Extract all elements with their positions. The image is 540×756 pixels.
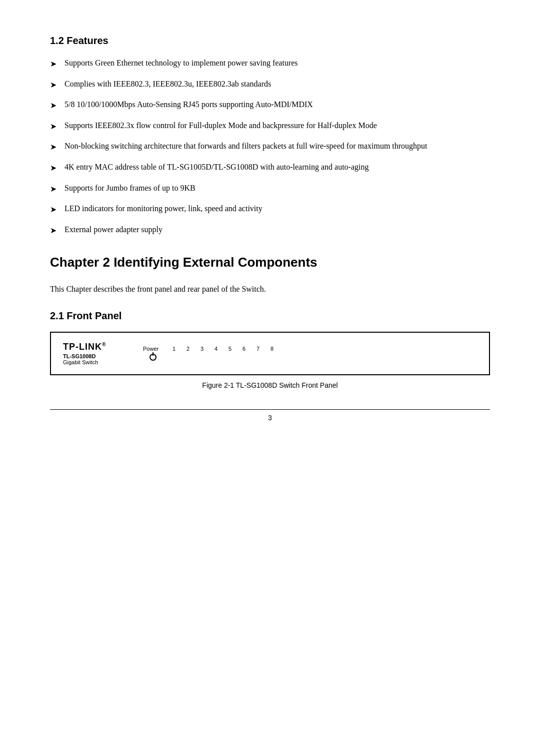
feature-text: Supports Green Ethernet technology to im…: [64, 57, 490, 70]
section-1-2-heading: 1.2 Features: [50, 35, 490, 47]
section-2-1-heading: 2.1 Front Panel: [50, 310, 490, 322]
feature-item: ➤LED indicators for monitoring power, li…: [50, 202, 490, 216]
feature-text: Non-blocking switching architecture that…: [64, 140, 490, 153]
feature-item: ➤Supports IEEE802.3x flow control for Fu…: [50, 119, 490, 133]
feature-text: Complies with IEEE802.3, IEEE802.3u, IEE…: [64, 78, 490, 91]
feature-item: ➤Supports Green Ethernet technology to i…: [50, 57, 490, 71]
port-number: 3: [199, 346, 205, 352]
feature-arrow: ➤: [50, 141, 56, 154]
feature-arrow: ➤: [50, 203, 56, 216]
port-number: 4: [213, 346, 219, 352]
feature-text: Supports for Jumbo frames of up to 9KB: [64, 182, 490, 195]
tp-link-type: Gigabit Switch: [63, 359, 123, 365]
section-1-2: 1.2 Features ➤Supports Green Ethernet te…: [50, 35, 490, 237]
port-number: 1: [171, 346, 177, 352]
feature-arrow: ➤: [50, 224, 56, 237]
port-number: 7: [255, 346, 261, 352]
feature-item: ➤Complies with IEEE802.3, IEEE802.3u, IE…: [50, 78, 490, 92]
feature-item: ➤4K entry MAC address table of TL-SG1005…: [50, 161, 490, 175]
port-labels-row: Power 12345678: [143, 346, 275, 352]
chapter-intro: This Chapter describes the front panel a…: [50, 282, 490, 296]
page-footer: 3: [50, 409, 490, 422]
feature-list: ➤Supports Green Ethernet technology to i…: [50, 57, 490, 237]
feature-arrow: ➤: [50, 58, 56, 71]
feature-text: LED indicators for monitoring power, lin…: [64, 202, 490, 215]
front-panel-image: TP-LINK® TL-SG1008D Gigabit Switch Power…: [50, 332, 490, 375]
figure-caption: Figure 2-1 TL-SG1008D Switch Front Panel: [50, 381, 490, 389]
feature-arrow: ➤: [50, 99, 56, 112]
port-number: 5: [227, 346, 233, 352]
port-icons-row: [143, 354, 171, 361]
feature-item: ➤External power adapter supply: [50, 223, 490, 237]
page-number: 3: [268, 414, 272, 422]
chapter-2: Chapter 2 Identifying External Component…: [50, 255, 490, 389]
tp-link-model: TL-SG1008D: [63, 353, 123, 359]
feature-arrow: ➤: [50, 162, 56, 175]
port-numbers: 12345678: [171, 346, 275, 352]
section-2-1: 2.1 Front Panel TP-LINK® TL-SG1008D Giga…: [50, 310, 490, 389]
feature-item: ➤Supports for Jumbo frames of up to 9KB: [50, 182, 490, 196]
chapter-2-heading: Chapter 2 Identifying External Component…: [50, 255, 490, 270]
port-number: 8: [269, 346, 275, 352]
feature-text: External power adapter supply: [64, 223, 490, 236]
feature-text: 5/8 10/100/1000Mbps Auto-Sensing RJ45 po…: [64, 98, 490, 111]
feature-text: Supports IEEE802.3x flow control for Ful…: [64, 119, 490, 132]
port-number: 6: [241, 346, 247, 352]
feature-item: ➤5/8 10/100/1000Mbps Auto-Sensing RJ45 p…: [50, 98, 490, 112]
feature-text: 4K entry MAC address table of TL-SG1005D…: [64, 161, 490, 174]
power-icon: [150, 354, 156, 361]
registered-symbol: ®: [102, 342, 106, 347]
power-icon-area: [143, 354, 163, 361]
feature-arrow: ➤: [50, 120, 56, 133]
power-label: Power: [143, 346, 163, 352]
port-number: 2: [185, 346, 191, 352]
feature-arrow: ➤: [50, 79, 56, 92]
tp-link-brand: TP-LINK®: [63, 342, 123, 352]
feature-item: ➤Non-blocking switching architecture tha…: [50, 140, 490, 154]
tp-link-logo-area: TP-LINK® TL-SG1008D Gigabit Switch: [63, 342, 123, 365]
feature-arrow: ➤: [50, 183, 56, 196]
tp-link-brand-text: TP-LINK: [63, 342, 102, 352]
port-panel: Power 12345678: [143, 346, 275, 361]
